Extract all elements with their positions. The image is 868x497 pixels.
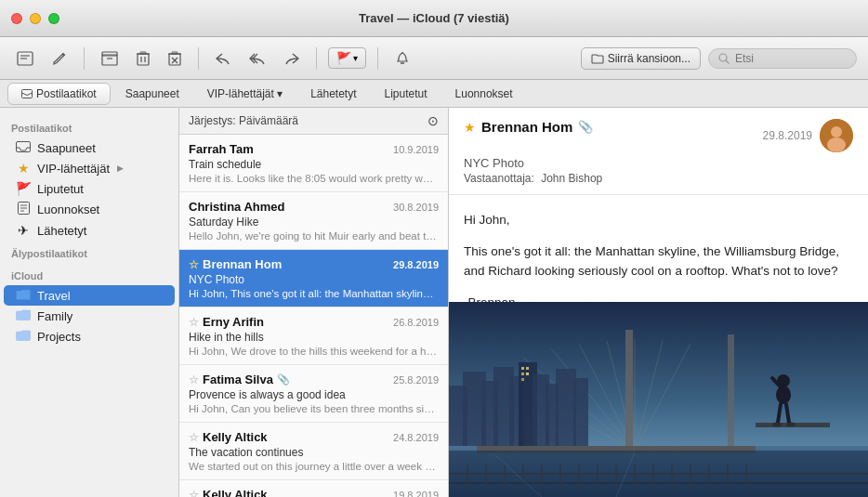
sidebar-item-liputetut-label: Liputetut [37,182,84,196]
msg-preview: Here it is. Looks like the 8:05 would wo… [189,173,439,184]
sidebar-item-lahetetyt[interactable]: ✈ Lähetetyt [4,220,175,241]
tab-liputetut-label: Liputetut [385,87,427,100]
sidebar-item-projects[interactable]: Projects [4,326,175,347]
svg-rect-14 [172,52,178,54]
star-outline-icon: ☆ [189,373,199,386]
tab-liputetut[interactable]: Liputetut [372,84,441,104]
reply-button[interactable] [210,48,236,69]
toolbar-separator-4 [377,47,378,70]
list-item[interactable]: ☆ Brennan Hom 29.8.2019 NYC Photo Hi Joh… [179,250,448,307]
svg-rect-4 [102,55,117,65]
sidebar-item-vip[interactable]: ★ VIP-lähettäjät ▶ [4,158,175,178]
list-item[interactable]: ☆ Erny Arifin 26.8.2019 Hike in the hill… [179,307,448,365]
inbox-icon [15,140,32,155]
svg-point-28 [831,126,842,137]
compose-new-button[interactable] [46,47,72,70]
msg-preview: Hi John, Can you believe its been three … [189,403,439,414]
msg-preview: Hi John, This one's got it all: the Manh… [189,288,439,299]
search-icon [718,53,730,64]
svg-rect-84 [449,451,868,497]
folder-family-icon [15,308,32,323]
tab-lahetetyt[interactable]: Lähetetyt [297,84,369,104]
flag-icon: 🚩 [336,51,351,65]
sidebar-item-saapuneet[interactable]: Saapuneet [4,137,175,158]
sidebar-item-liputetut[interactable]: 🚩 Liputetut [4,178,175,199]
list-item[interactable]: ☆ Kelly Altick 19.8.2019 Vacation [179,480,448,497]
list-item[interactable]: ☆ Kelly Altick 24.8.2019 The vacation co… [179,423,448,480]
tab-luonnokset[interactable]: Luonnokset [442,84,526,104]
list-item[interactable]: ☆ Fatima Silva 📎 25.8.2019 Provence is a… [179,365,448,423]
delete-button[interactable] [131,47,155,70]
flag-button[interactable]: 🚩 ▾ [328,47,366,69]
svg-rect-57 [521,378,524,381]
search-box[interactable] [708,48,857,69]
message-list: Järjestys: Päivämäärä ⊙ Farrah Tam 10.9.… [179,108,449,497]
msg-header-row: ☆ Fatima Silva 📎 25.8.2019 [189,373,439,386]
msg-sender: Farrah Tam [189,142,254,156]
vip-disclosure-icon: ▶ [117,163,124,173]
detail-star-icon[interactable]: ★ [464,120,476,135]
minimize-button[interactable] [30,13,41,24]
svg-rect-51 [556,369,576,446]
star-icon: ★ [15,161,32,176]
move-folder-button[interactable]: Siirrä kansioon... [581,47,701,70]
traffic-lights [11,13,59,24]
detail-signature: -Brennan [464,293,853,302]
maximize-button[interactable] [48,13,59,24]
svg-point-29 [827,137,846,152]
msg-sender: ☆ Erny Arifin [189,315,264,329]
compose-button[interactable] [11,47,39,70]
msg-subject: NYC Photo [189,273,439,286]
archive-button[interactable] [96,47,124,70]
tab-postilaatikot-label: Postilaatikot [36,87,97,100]
star-icon: ☆ [189,258,199,271]
sidebar-item-lahetetyt-label: Lähetetyt [37,224,87,238]
detail-image [449,302,868,497]
notification-button[interactable] [389,47,415,70]
search-input[interactable] [735,52,847,65]
msg-preview: We started out on this journey a little … [189,461,439,472]
msg-date: 19.8.2019 [393,490,439,498]
sidebar-item-family[interactable]: Family [4,306,175,326]
svg-rect-40 [625,330,633,451]
tab-saapuneet[interactable]: Saapuneet [112,84,192,104]
msg-date: 30.8.2019 [393,202,439,213]
detail-date: 29.8.2019 [763,129,812,142]
detail-subject: NYC Photo [464,156,853,170]
tab-vip[interactable]: VIP-lähettäjät ▾ [194,84,296,104]
sidebar-item-family-label: Family [37,309,72,323]
msg-preview: Hello John, we're going to hit Muir earl… [189,230,439,242]
msg-subject: Saturday Hike [189,216,439,229]
msg-date: 25.8.2019 [393,374,439,386]
msg-date: 10.9.2019 [393,144,439,155]
toolbar: 🚩 ▾ Siirrä kansioon... [0,37,868,80]
delete-forever-button[interactable] [163,47,187,70]
list-item[interactable]: Farrah Tam 10.9.2019 Train schedule Here… [179,135,448,192]
svg-rect-52 [573,378,588,446]
reply-all-button[interactable] [243,48,271,69]
tab-postilaatikot[interactable]: Postilaatikot [7,83,111,105]
title-bar: Travel — iCloud (7 viestiä) [0,0,868,37]
svg-rect-55 [521,373,524,375]
sidebar-item-travel[interactable]: Travel [4,285,175,306]
svg-rect-7 [138,54,149,65]
sidebar-section-icloud: iCloud [0,263,178,285]
drafts-icon [15,202,32,217]
detail-sender-name: Brennan Hom [481,119,572,135]
list-item[interactable]: Christina Ahmed 30.8.2019 Saturday Hike … [179,192,448,250]
svg-rect-11 [140,52,146,54]
msg-header-row: ☆ Erny Arifin 26.8.2019 [189,315,439,329]
msg-subject: Provence is always a good idea [189,388,439,401]
sidebar-item-saapuneet-label: Saapuneet [37,141,96,155]
svg-rect-83 [756,423,830,427]
tab-bar: Postilaatikot Saapuneet VIP-lähettäjät ▾… [0,80,868,108]
msg-sender: ☆ Kelly Altick [189,488,268,497]
close-button[interactable] [11,13,22,24]
toolbar-separator-1 [84,47,85,70]
sidebar-item-luonnokset[interactable]: Luonnokset [4,199,175,220]
forward-button[interactable] [279,48,305,69]
sort-label[interactable]: Järjestys: Päivämäärä [189,114,298,127]
msg-date: 26.8.2019 [393,317,439,328]
star-outline-icon: ☆ [189,431,199,444]
detail-header: ★ Brennan Hom 📎 29.8.2019 [449,108,868,195]
